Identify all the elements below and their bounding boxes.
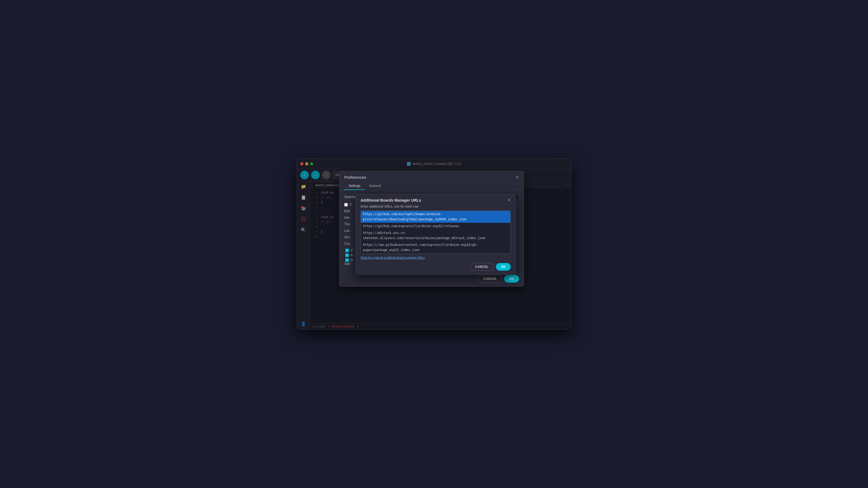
tab-settings[interactable]: Settings: [344, 182, 365, 190]
preferences-header: Preferences ✕: [339, 171, 524, 182]
abm-url-item-3[interactable]: https://raw.githubusercontent.com/espres…: [361, 241, 510, 254]
show-checkbox[interactable]: [344, 203, 348, 206]
preferences-cancel-button[interactable]: CANCEL: [478, 275, 502, 283]
abm-url-item-2[interactable]: https://m5stack.oss-cn-shenzhen.aliyuncs…: [361, 230, 510, 241]
abm-url-list: https://github.com/earlephilhower/arduin…: [361, 211, 510, 254]
abm-title: Additional Boards Manager URLs: [361, 198, 421, 202]
abm-unofficial-link[interactable]: Click for a list of unofficial board sup…: [356, 254, 516, 260]
additional-label: Add: [344, 262, 350, 266]
abm-footer: CANCEL OK: [356, 260, 516, 274]
abm-header: Additional Boards Manager URLs ✕: [356, 194, 516, 205]
abm-cancel-button[interactable]: CANCEL: [470, 263, 494, 271]
preferences-ok-button[interactable]: OK: [504, 275, 519, 283]
checkbox-d[interactable]: ✓: [345, 258, 349, 262]
abm-ok-button[interactable]: OK: [496, 263, 511, 271]
abm-close-button[interactable]: ✕: [507, 198, 511, 202]
interface-label: Inte: [344, 216, 350, 220]
abm-url-list-wrapper: https://github.com/earlephilhower/arduin…: [361, 210, 511, 254]
abm-url-item-1[interactable]: https://github.com/espressif/arduino-esp…: [361, 223, 510, 230]
abm-url-item-0[interactable]: https://github.com/earlephilhower/arduin…: [361, 211, 510, 223]
language-label: Lan: [344, 229, 350, 233]
check-a-label: A: [350, 253, 353, 257]
tab-network[interactable]: Network: [365, 182, 385, 190]
checkbox-label: S: [349, 203, 351, 206]
compile-label: Con: [344, 242, 350, 246]
preferences-tabs: Settings Network: [339, 182, 524, 190]
preferences-close-button[interactable]: ✕: [515, 175, 519, 180]
checkbox-v[interactable]: ✓: [345, 249, 349, 252]
theme-label: The: [344, 222, 350, 226]
app-window: sketch_mar5a | Arduino IDE 2.3.2 ✓ → ⬡ S…: [297, 158, 571, 330]
abm-dialog: Additional Boards Manager URLs ✕ Enter a…: [355, 194, 516, 275]
checkbox-a[interactable]: ✓: [345, 254, 349, 257]
show-label: Sho: [344, 235, 350, 239]
abm-subtitle: Enter additional URLs, one for each row: [356, 205, 516, 210]
check-v-label: V: [350, 248, 353, 252]
editor-label: Edit: [344, 209, 350, 213]
check-d-label: D: [350, 258, 353, 262]
preferences-title: Preferences: [344, 175, 366, 180]
